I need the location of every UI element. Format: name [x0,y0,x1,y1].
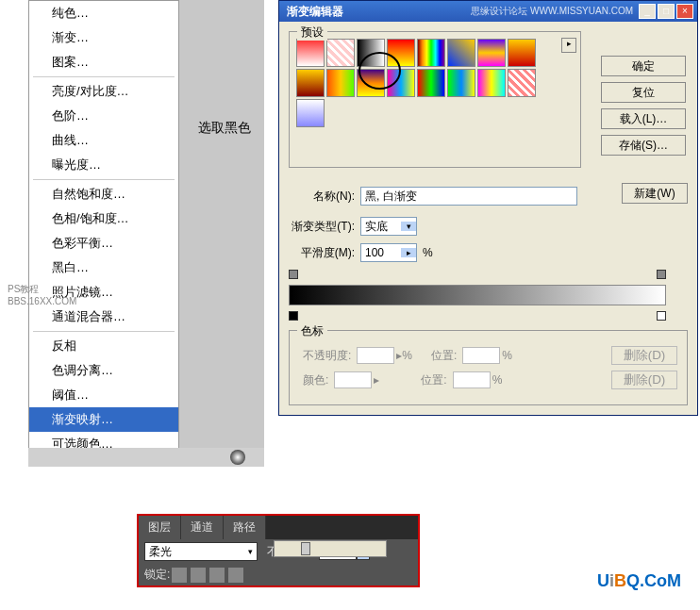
lock-pixels-icon[interactable] [191,568,206,583]
close-button[interactable]: × [676,4,693,19]
chevron-right-icon[interactable]: ▸ [401,248,416,257]
menu-item[interactable]: 图案… [29,50,178,74]
tab-paths[interactable]: 路径 [224,516,266,539]
menu-item[interactable]: 渐变映射… [29,407,178,432]
menu-item[interactable]: 色调分离… [29,358,178,383]
menu-footer [28,448,264,467]
save-button[interactable]: 存储(S)… [601,135,686,156]
menu-item[interactable]: 色相/饱和度… [29,206,178,231]
preset-label: 预设 [297,25,327,41]
watermark: PS教程 BBS.16XX.COM [8,283,76,306]
delete-color-button[interactable]: 删除(D) [611,371,677,389]
type-label: 渐变类型(T): [289,219,355,235]
opacity-label: 不透明度: [303,348,351,364]
menu-item[interactable]: 曲线… [29,128,178,153]
titlebar[interactable]: 渐变编辑器 思缘设计论坛 WWW.MISSYUAN.COM _ □ × [279,1,697,22]
gradient-bar[interactable] [289,285,666,305]
lock-position-icon[interactable] [209,568,225,583]
colorstop-legend: 色标 [297,323,327,339]
slider-thumb[interactable] [301,542,310,555]
gradient-swatch[interactable] [387,39,415,67]
position-field[interactable] [462,347,500,364]
maximize-button[interactable]: □ [658,4,675,19]
menu-item[interactable]: 反相 [29,334,178,358]
opacity-stop-left[interactable] [289,270,298,279]
color-stop-right[interactable] [657,311,666,321]
smoothness-input[interactable]: 100▸ [360,243,417,262]
gradient-type-select[interactable]: 实底▾ [360,217,417,236]
menu-item[interactable]: 通道混合器… [29,305,178,329]
menu-item[interactable]: 自然饱和度… [29,182,178,206]
color-label: 颜色: [303,372,328,388]
gradient-swatch[interactable] [357,39,385,67]
gradient-swatch[interactable] [326,69,355,97]
new-button[interactable]: 新建(W) [622,183,688,204]
opacity-slider-popup[interactable] [274,540,387,557]
position-label: 位置: [431,348,457,364]
dialog-title: 渐变编辑器 [283,4,471,20]
reset-button[interactable]: 复位 [601,82,686,103]
gradient-swatch[interactable] [508,69,536,97]
percent-label: % [423,246,433,259]
name-label: 名称(N): [289,189,355,205]
titlebar-note: 思缘设计论坛 WWW.MISSYUAN.COM [471,5,633,18]
opacity-stop-right[interactable] [657,270,666,279]
circle-icon [230,450,245,465]
menu-item[interactable]: 色彩平衡… [29,231,178,256]
menu-item[interactable]: 曝光度… [29,153,178,177]
gradient-swatch[interactable] [417,39,445,67]
menu-item[interactable]: 色阶… [29,104,178,128]
gradient-swatch[interactable] [508,39,536,67]
preset-group: 预设 ▸ [289,31,581,168]
gradient-editor-dialog: 渐变编辑器 思缘设计论坛 WWW.MISSYUAN.COM _ □ × 预设 ▸… [278,0,698,416]
lock-all-icon[interactable] [228,568,243,583]
gradient-swatch[interactable] [326,39,355,67]
gradient-swatch[interactable] [477,39,506,67]
chevron-down-icon[interactable]: ▾ [401,222,416,231]
menu-item[interactable]: 阈值… [29,383,178,407]
gradient-swatch[interactable] [296,69,325,97]
color-field[interactable] [334,371,372,388]
gradient-swatch[interactable] [357,69,385,97]
load-button[interactable]: 载入(L)… [601,108,686,129]
color-stop-group: 色标 不透明度: ▸ % 位置: % 删除(D) 颜色: ▸ 位置: % 删除(… [289,330,688,405]
delete-opacity-button[interactable]: 删除(D) [611,346,677,365]
gradient-swatch[interactable] [296,39,325,67]
lock-label: 锁定: [144,567,170,583]
lock-transparency-icon[interactable] [172,568,187,583]
name-input[interactable] [360,187,577,206]
color-stop-left[interactable] [289,311,298,321]
menu-item[interactable]: 黑白… [29,256,178,280]
menu-item[interactable]: 纯色… [29,1,178,25]
tab-channels[interactable]: 通道 [181,516,224,539]
position-label-2: 位置: [421,372,446,388]
tab-layers[interactable]: 图层 [139,516,181,539]
brand-watermark: UiBQ.CoM [597,571,681,591]
smoothness-label: 平滑度(M): [289,245,355,261]
blend-mode-select[interactable]: 柔光▾ [144,542,258,561]
gradient-swatch[interactable] [387,69,415,97]
gradient-swatch[interactable] [296,99,325,127]
preset-menu-button[interactable]: ▸ [561,38,576,53]
menu-item[interactable]: 渐变… [29,25,178,50]
chevron-down-icon[interactable]: ▾ [243,547,257,556]
gradient-swatch[interactable] [417,69,445,97]
gradient-swatch[interactable] [447,39,475,67]
gradient-swatch[interactable] [447,69,475,97]
adjustment-menu: 纯色…渐变…图案…亮度/对比度…色阶…曲线…曝光度…自然饱和度…色相/饱和度…色… [28,0,179,457]
minimize-button[interactable]: _ [639,4,656,19]
gradient-swatch[interactable] [477,69,506,97]
position-field-2[interactable] [453,371,491,388]
menu-item[interactable]: 亮度/对比度… [29,79,178,104]
annotation-text: 选取黑色 [198,120,251,137]
ok-button[interactable]: 确定 [601,56,686,76]
opacity-field[interactable] [357,347,394,364]
